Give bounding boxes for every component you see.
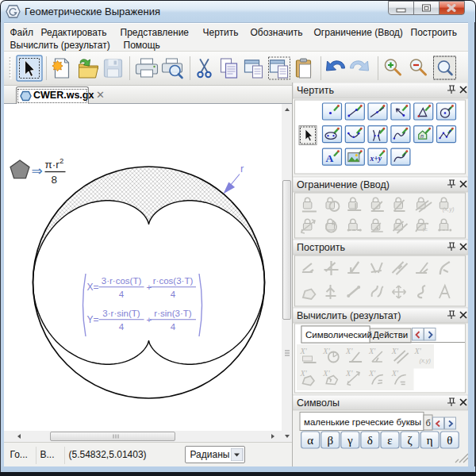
svg-text:η: η (427, 434, 433, 447)
svg-text:X': X' (391, 347, 399, 355)
svg-text:4: 4 (118, 290, 124, 299)
svg-text:n: n (420, 133, 424, 139)
svg-text:π·r: π·r (44, 159, 60, 171)
svg-text:Построить: Построить (297, 242, 345, 253)
svg-text:б: б (426, 418, 431, 428)
svg-text:δ: δ (367, 434, 373, 447)
svg-text:4: 4 (118, 322, 124, 332)
svg-text:X': X' (345, 347, 353, 355)
svg-text:x+y: x+y (370, 155, 382, 163)
svg-text:r·sin(3·T): r·sin(3·T) (154, 309, 191, 318)
svg-text:X': X' (300, 369, 308, 378)
svg-text:3·r·cos(T): 3·r·cos(T) (101, 276, 141, 286)
svg-text:X': X' (414, 347, 422, 355)
svg-text:3·r·sin(T): 3·r·sin(T) (102, 309, 140, 318)
svg-text:X': X' (300, 347, 308, 355)
svg-text:4: 4 (170, 322, 175, 332)
svg-text:Ограничение (Ввод): Ограничение (Ввод) (297, 179, 390, 190)
svg-text:Действи: Действи (373, 330, 408, 340)
svg-text:r: r (240, 163, 244, 175)
svg-text:8: 8 (51, 174, 57, 186)
svg-text:f=: f= (423, 227, 428, 232)
svg-text:⇒: ⇒ (31, 163, 42, 178)
svg-text:α: α (307, 434, 313, 447)
svg-text:X': X' (368, 347, 376, 355)
svg-text:(x,y): (x,y) (420, 357, 432, 364)
svg-text:r·cos(3·T): r·cos(3·T) (152, 276, 193, 286)
svg-text:(x,y): (x,y) (443, 205, 455, 213)
svg-text:4: 4 (170, 290, 175, 299)
svg-text:γ: γ (347, 434, 353, 447)
svg-text:X=: X= (86, 282, 98, 293)
svg-text:X': X' (368, 369, 376, 378)
svg-text:маленькие греческие буквы: маленькие греческие буквы (304, 417, 421, 427)
svg-text:Чертить: Чертить (297, 85, 334, 96)
svg-text:θ: θ (447, 434, 452, 447)
svg-text:Символический: Символический (305, 330, 372, 340)
svg-text:X': X' (322, 369, 330, 378)
svg-text:A: A (326, 152, 334, 164)
svg-text:Y=: Y= (86, 314, 98, 325)
svg-text:2: 2 (60, 156, 63, 165)
svg-text:β: β (327, 434, 333, 447)
svg-text:X': X' (345, 369, 353, 378)
svg-text:Символы: Символы (297, 397, 340, 409)
svg-text:Вычислить (результат): Вычислить (результат) (297, 310, 401, 321)
svg-text:X': X' (391, 369, 399, 378)
svg-text:ζ: ζ (407, 434, 412, 447)
svg-text:ε: ε (387, 434, 392, 447)
